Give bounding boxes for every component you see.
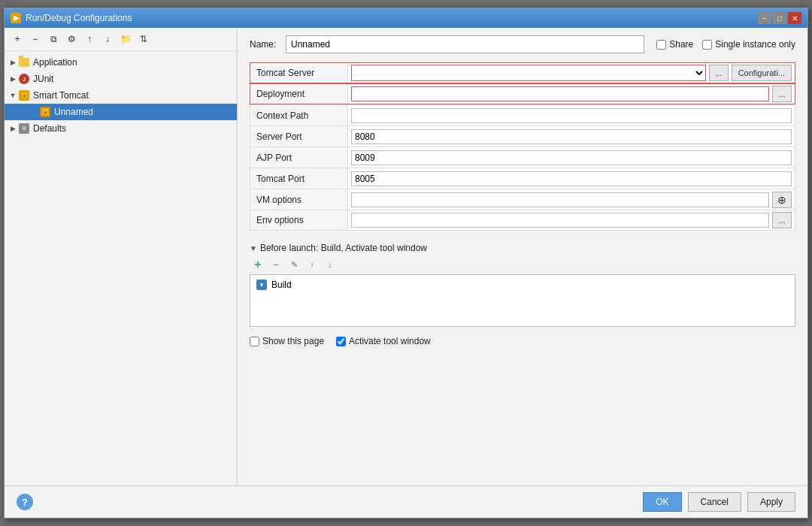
label-defaults: Defaults bbox=[33, 123, 66, 134]
label-unnamed: Unnamed bbox=[54, 107, 93, 117]
server-port-input[interactable] bbox=[351, 129, 792, 144]
remove-config-button[interactable]: − bbox=[27, 31, 44, 47]
launch-up-button[interactable]: ↑ bbox=[304, 258, 320, 271]
close-button[interactable]: ✕ bbox=[788, 12, 801, 24]
settings-button[interactable]: ⚙ bbox=[63, 31, 80, 47]
vm-options-expand-button[interactable]: ⊕ bbox=[772, 192, 792, 208]
arrow-defaults bbox=[8, 123, 18, 134]
tree-item-junit[interactable]: J JUnit bbox=[5, 71, 237, 87]
field-value-deployment: ... bbox=[348, 84, 795, 104]
maximize-button[interactable]: □ bbox=[773, 12, 786, 24]
tree-item-application[interactable]: Application bbox=[5, 54, 237, 71]
tomcat-port-input[interactable] bbox=[351, 171, 792, 186]
help-button[interactable]: ? bbox=[17, 494, 33, 510]
footer-left: ? bbox=[17, 494, 33, 510]
field-value-env-options: ... bbox=[348, 210, 795, 230]
move-up-button[interactable]: ↑ bbox=[81, 31, 98, 47]
copy-config-button[interactable]: ⧉ bbox=[45, 31, 62, 47]
field-label-env-options: Env options bbox=[250, 210, 348, 230]
launch-list: ▼ Build bbox=[250, 274, 795, 327]
single-instance-label[interactable]: Single instance only bbox=[702, 39, 795, 50]
field-label-ajp-port: AJP Port bbox=[250, 147, 348, 168]
launch-add-button[interactable]: + bbox=[250, 258, 266, 271]
field-row-env-options: Env options ... bbox=[250, 210, 795, 231]
activate-window-checkbox-label[interactable]: Activate tool window bbox=[336, 336, 431, 346]
tree-item-smart-tomcat[interactable]: 🐱 Smart Tomcat bbox=[5, 87, 237, 104]
label-smart-tomcat: Smart Tomcat bbox=[33, 90, 89, 101]
ok-button[interactable]: OK bbox=[643, 492, 681, 512]
launch-remove-button[interactable]: − bbox=[268, 258, 284, 271]
ajp-port-input[interactable] bbox=[351, 150, 792, 165]
arrow-junit bbox=[8, 74, 18, 84]
title-bar-left: ▶ Run/Debug Configurations bbox=[11, 13, 132, 23]
show-page-checkbox-label[interactable]: Show this page bbox=[250, 336, 324, 346]
activate-window-text: Activate tool window bbox=[349, 336, 431, 346]
name-label: Name: bbox=[250, 39, 280, 50]
sort-button[interactable]: ⇅ bbox=[135, 31, 152, 47]
field-row-context-path: Context Path bbox=[250, 104, 795, 125]
apply-button[interactable]: Apply bbox=[747, 492, 795, 512]
deployment-input[interactable] bbox=[351, 86, 769, 101]
field-row-deployment: Deployment ... bbox=[250, 83, 795, 104]
show-page-text: Show this page bbox=[262, 336, 324, 346]
left-panel: + − ⧉ ⚙ ↑ ↓ 📁 ⇅ Application bbox=[5, 28, 238, 485]
field-label-deployment: Deployment bbox=[250, 84, 348, 104]
arrow-smart-tomcat bbox=[8, 90, 18, 101]
field-label-server-port: Server Port bbox=[250, 126, 348, 147]
field-label-tomcat-port: Tomcat Port bbox=[250, 168, 348, 189]
share-area: Share Single instance only bbox=[656, 39, 795, 50]
field-row-vm-options: VM options ⊕ bbox=[250, 189, 795, 210]
field-value-vm-options: ⊕ bbox=[348, 190, 795, 210]
dialog-footer: ? OK Cancel Apply bbox=[5, 485, 807, 518]
field-label-context-path: Context Path bbox=[250, 105, 348, 125]
context-path-input[interactable] bbox=[351, 108, 792, 123]
share-checkbox[interactable] bbox=[656, 40, 666, 50]
field-label-tomcat-server: Tomcat Server bbox=[250, 63, 348, 83]
bottom-checks: Show this page Activate tool window bbox=[250, 336, 795, 346]
activate-window-checkbox[interactable] bbox=[336, 337, 346, 346]
build-label: Build bbox=[271, 280, 292, 290]
dialog-body: + − ⧉ ⚙ ↑ ↓ 📁 ⇅ Application bbox=[5, 28, 807, 485]
tree-item-unnamed[interactable]: 🐱 Unnamed bbox=[5, 104, 237, 120]
move-down-button[interactable]: ↓ bbox=[99, 31, 116, 47]
single-instance-checkbox[interactable] bbox=[702, 40, 712, 50]
add-config-button[interactable]: + bbox=[9, 31, 26, 47]
launch-toolbar: + − ✎ ↑ ↓ bbox=[250, 258, 795, 271]
env-options-input[interactable] bbox=[351, 213, 769, 228]
tomcat-server-ellipsis-button[interactable]: ... bbox=[709, 65, 729, 81]
field-row-ajp-port: AJP Port bbox=[250, 147, 795, 168]
run-debug-dialog: ▶ Run/Debug Configurations − □ ✕ + − ⧉ ⚙… bbox=[4, 8, 808, 518]
field-label-vm-options: VM options bbox=[250, 189, 348, 210]
name-input[interactable] bbox=[286, 35, 644, 53]
label-junit: JUnit bbox=[33, 74, 53, 84]
launch-item-build: ▼ Build bbox=[253, 278, 792, 292]
tomcat-configurati-button[interactable]: Configurati... bbox=[732, 65, 792, 81]
icon-defaults: ⚙ bbox=[18, 122, 30, 135]
minimize-button[interactable]: − bbox=[758, 12, 771, 24]
before-launch-header: ▼ Before launch: Build, Activate tool wi… bbox=[250, 243, 795, 253]
name-row: Name: Share Single instance only bbox=[250, 35, 795, 53]
env-options-ellipsis-button[interactable]: ... bbox=[772, 212, 792, 228]
launch-edit-button[interactable]: ✎ bbox=[286, 258, 302, 271]
folder-button[interactable]: 📁 bbox=[117, 31, 134, 47]
form-section: Tomcat Server ... Configurati... Deploym… bbox=[250, 62, 795, 231]
field-row-tomcat-server: Tomcat Server ... Configurati... bbox=[250, 62, 795, 83]
cancel-button[interactable]: Cancel bbox=[688, 492, 741, 512]
deployment-ellipsis-button[interactable]: ... bbox=[772, 86, 792, 102]
before-launch-title: Before launch: Build, Activate tool wind… bbox=[260, 243, 427, 253]
icon-unnamed: 🐱 bbox=[39, 106, 51, 118]
dialog-icon: ▶ bbox=[11, 13, 21, 23]
vm-options-input[interactable] bbox=[351, 192, 769, 207]
field-value-tomcat-port bbox=[348, 170, 795, 188]
tree-item-defaults[interactable]: ⚙ Defaults bbox=[5, 120, 237, 137]
icon-smart-tomcat: 🐱 bbox=[18, 89, 30, 101]
tree-toolbar: + − ⧉ ⚙ ↑ ↓ 📁 ⇅ bbox=[5, 28, 237, 51]
show-page-checkbox[interactable] bbox=[250, 337, 259, 346]
before-launch-toggle[interactable]: ▼ bbox=[250, 244, 257, 252]
right-panel: Name: Share Single instance only bbox=[238, 28, 807, 485]
launch-down-button[interactable]: ↓ bbox=[322, 258, 338, 271]
share-checkbox-label[interactable]: Share bbox=[656, 39, 693, 50]
tomcat-server-select[interactable] bbox=[351, 65, 706, 81]
build-icon: ▼ bbox=[256, 280, 267, 290]
field-row-server-port: Server Port bbox=[250, 125, 795, 147]
